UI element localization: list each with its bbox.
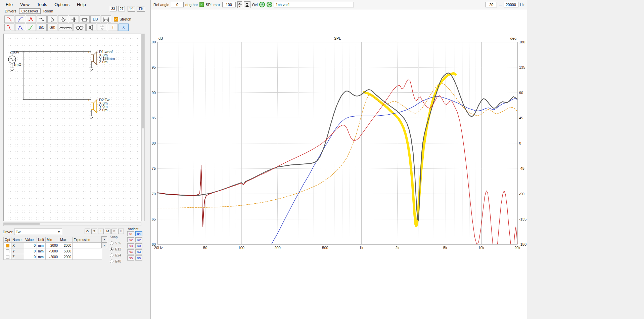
param-value[interactable]: 0: [24, 254, 37, 260]
lowpass2-block-button[interactable]: [4, 24, 14, 31]
radio-icon[interactable]: [110, 247, 113, 251]
overlay-add-button[interactable]: +: [259, 2, 265, 7]
menu-tools[interactable]: Tools: [33, 1, 51, 8]
variant-s3-button[interactable]: S3: [127, 243, 134, 248]
ground-block-button[interactable]: [97, 24, 107, 31]
freq-max-input[interactable]: [504, 2, 518, 7]
buffer-block-button[interactable]: [58, 15, 68, 23]
schematic-width-field[interactable]: [110, 6, 117, 11]
radio-icon[interactable]: [110, 241, 113, 245]
menu-options[interactable]: Options: [51, 1, 73, 8]
scrollbar-thumb[interactable]: [4, 223, 40, 225]
spl-max-checkbox[interactable]: ✓: [199, 2, 204, 7]
variant-s4-button[interactable]: S4: [127, 249, 134, 254]
spin-down-button[interactable]: ▼: [237, 5, 242, 8]
driver-select[interactable]: Tw ▼: [14, 229, 62, 235]
resistor-block-button[interactable]: [80, 15, 90, 23]
zoom-1to1-button[interactable]: 1:1: [128, 6, 135, 12]
ref-angle-input[interactable]: [171, 2, 184, 7]
scrollbar-thumb[interactable]: [142, 34, 144, 128]
variant-s5-button[interactable]: S5: [127, 255, 134, 261]
param-max[interactable]: 2000: [59, 243, 73, 248]
opt-checkbox[interactable]: [6, 249, 9, 253]
left-axis-tick: 95: [152, 65, 156, 69]
highpass-block-button[interactable]: [15, 15, 25, 23]
speaker-block-button[interactable]: [86, 24, 96, 31]
variant-r5-button[interactable]: R5: [135, 255, 142, 261]
autoscale-button[interactable]: [244, 1, 250, 8]
x-button[interactable]: X: [119, 24, 129, 31]
allpass-block-button[interactable]: [26, 24, 36, 31]
snap-option[interactable]: 5 %: [110, 240, 121, 246]
schematic-horizontal-scrollbar[interactable]: [3, 223, 141, 226]
tab-crossover[interactable]: Crossover: [19, 8, 41, 14]
snap-option[interactable]: E24: [110, 252, 121, 258]
variant-s1-button[interactable]: S1: [127, 231, 134, 236]
param-expression[interactable]: [73, 243, 102, 248]
library-button[interactable]: LIB: [90, 15, 100, 23]
tab-drivers[interactable]: Drivers: [3, 8, 18, 14]
opt-checkbox[interactable]: [6, 255, 9, 259]
spl-max-input[interactable]: [222, 2, 236, 7]
variant-r2-button[interactable]: R2: [135, 237, 142, 242]
param-min[interactable]: -2000: [46, 243, 59, 248]
schematic-canvas[interactable]: 2.83V 1mΩ + D1 woof X 0m Y 185mm Z 0m + …: [3, 34, 141, 221]
param-max[interactable]: 2000: [59, 254, 73, 260]
spl-graph[interactable]: 606570758085909510018013590450-45-90-135…: [151, 0, 527, 319]
t-button[interactable]: T: [108, 24, 118, 31]
opt-checkbox-cell[interactable]: [4, 254, 11, 260]
opt-checkbox-cell[interactable]: [4, 248, 11, 254]
toggle-o-button[interactable]: O: [85, 229, 90, 234]
driver-d2-symbol[interactable]: [91, 100, 97, 113]
param-value[interactable]: 0: [24, 248, 37, 254]
toggle-s-button[interactable]: S: [91, 229, 97, 234]
toggle-r-button[interactable]: R: [111, 229, 117, 234]
schematic-vertical-scrollbar[interactable]: [141, 34, 145, 221]
variant-r3-button[interactable]: R3: [135, 243, 142, 248]
param-value[interactable]: 0: [24, 243, 37, 248]
zoom-fit-button[interactable]: Fit: [137, 6, 145, 12]
param-expression[interactable]: [73, 254, 102, 260]
spin-up-button[interactable]: ▲: [237, 1, 242, 5]
menu-file[interactable]: File: [2, 1, 16, 8]
stretch-checkbox[interactable]: ✓: [114, 17, 118, 22]
variant-s2-button[interactable]: S2: [127, 237, 134, 242]
schematic-height-field[interactable]: [118, 6, 125, 11]
capacitor-block-button[interactable]: [69, 15, 79, 23]
overlay-remove-button[interactable]: −: [267, 2, 272, 7]
menu-help[interactable]: Help: [73, 1, 90, 8]
radio-icon[interactable]: [110, 260, 113, 263]
toggle-m-button[interactable]: M: [105, 229, 110, 234]
driver-d1-symbol[interactable]: [91, 52, 97, 65]
param-min[interactable]: -2000: [46, 254, 59, 260]
shelf-block-button[interactable]: [37, 15, 47, 23]
toggle-h-button[interactable]: H: [118, 229, 124, 234]
bandpass-block-button[interactable]: [15, 24, 25, 31]
snap-option[interactable]: E12: [110, 246, 121, 252]
inductor-block-button[interactable]: [58, 24, 73, 31]
radio-icon[interactable]: [110, 253, 113, 257]
move-down-button[interactable]: ▼: [101, 242, 107, 248]
peak-eq-block-button[interactable]: [26, 15, 36, 23]
biquad-button[interactable]: BiQ: [37, 24, 47, 31]
opt-checkbox[interactable]: [6, 244, 9, 247]
param-min[interactable]: -5000: [46, 248, 59, 254]
overlay-name-input[interactable]: [274, 2, 354, 7]
tab-room[interactable]: Room: [41, 8, 55, 14]
variant-r4-button[interactable]: R4: [135, 249, 142, 254]
snap-option[interactable]: E48: [110, 258, 121, 264]
param-expression[interactable]: [73, 248, 102, 254]
variant-r1-button[interactable]: R1: [135, 231, 142, 236]
display-toggle-buttons: OSIMRH: [85, 229, 124, 234]
transfer-function-button[interactable]: G(f): [47, 24, 57, 31]
toggle-i-button[interactable]: I: [98, 229, 104, 234]
param-max[interactable]: 5000: [59, 248, 73, 254]
menu-view[interactable]: View: [16, 1, 33, 8]
lowpass-block-button[interactable]: [4, 15, 14, 23]
opt-checkbox-cell[interactable]: [4, 243, 11, 248]
freq-min-input[interactable]: [486, 2, 497, 7]
amplifier-block-button[interactable]: [47, 15, 57, 23]
stretch-arrow-button[interactable]: [101, 15, 111, 23]
transformer-block-button[interactable]: [74, 24, 86, 31]
move-up-button[interactable]: ▲: [101, 236, 107, 242]
